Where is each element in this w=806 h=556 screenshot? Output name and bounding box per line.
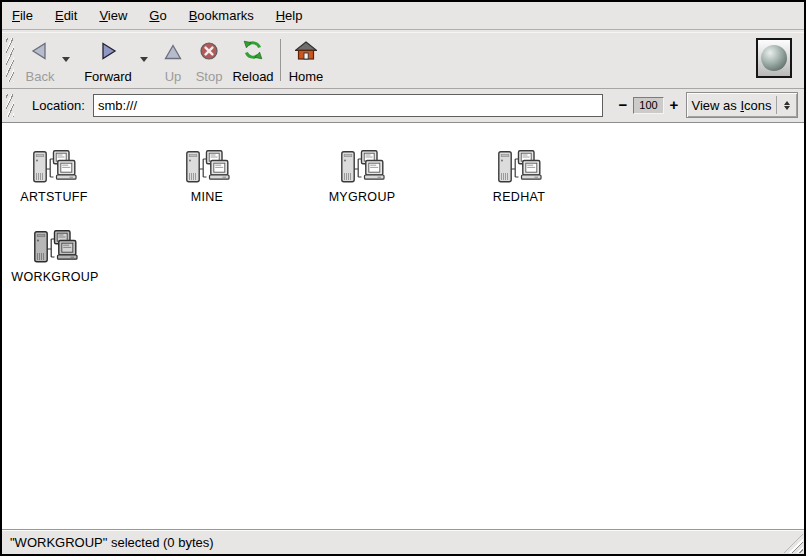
- forward-button[interactable]: Forward: [82, 37, 134, 84]
- toolbar-grip-handle[interactable]: [6, 38, 14, 82]
- home-label: Home: [289, 70, 324, 84]
- toolbar-separator: [280, 39, 281, 81]
- stop-button[interactable]: Stop: [191, 37, 227, 84]
- back-label: Back: [26, 70, 55, 84]
- home-button[interactable]: Home: [286, 37, 326, 84]
- menu-file[interactable]: File: [12, 8, 33, 23]
- network-workgroup-icon: [339, 149, 385, 187]
- reload-button[interactable]: Reload: [230, 37, 276, 84]
- network-item-workgroup[interactable]: WORKGROUP: [0, 229, 115, 284]
- view-as-dropdown[interactable]: View as Icons: [686, 92, 798, 118]
- location-label: Location:: [32, 98, 85, 113]
- network-item-artstuff[interactable]: ARTSTUFF: [0, 149, 114, 204]
- menu-go[interactable]: Go: [149, 8, 166, 23]
- stop-icon: [199, 37, 219, 61]
- zoom-out-button[interactable]: −: [615, 96, 631, 114]
- network-workgroup-icon: [184, 149, 230, 187]
- throbber: [756, 38, 792, 78]
- location-bar: Location: − 100 + View as Icons: [2, 88, 804, 122]
- zoom-in-button[interactable]: +: [666, 96, 682, 114]
- home-icon: [295, 37, 317, 61]
- view-as-label: View as Icons: [687, 98, 776, 113]
- location-bar-grip-handle[interactable]: [6, 94, 14, 117]
- up-label: Up: [165, 70, 182, 84]
- network-workgroup-icon: [32, 229, 78, 267]
- item-label: WORKGROUP: [11, 270, 98, 284]
- reload-label: Reload: [232, 70, 273, 84]
- status-text: "WORKGROUP" selected (0 bytes): [10, 535, 214, 550]
- back-history-dropdown-icon[interactable]: [62, 57, 70, 62]
- network-item-redhat[interactable]: REDHAT: [459, 149, 579, 204]
- stop-label: Stop: [196, 70, 223, 84]
- menu-help[interactable]: Help: [276, 8, 303, 23]
- throbber-sphere-icon: [761, 45, 787, 71]
- menu-bar: File Edit View Go Bookmarks Help: [2, 2, 804, 30]
- forward-label: Forward: [84, 70, 132, 84]
- back-icon: [29, 37, 51, 61]
- forward-history-dropdown-icon[interactable]: [140, 57, 148, 62]
- item-label: REDHAT: [493, 190, 545, 204]
- forward-icon: [97, 37, 119, 61]
- resize-grip[interactable]: [784, 534, 803, 553]
- up-icon: [163, 37, 183, 61]
- menu-bookmarks[interactable]: Bookmarks: [189, 8, 254, 23]
- location-input[interactable]: [93, 94, 603, 117]
- network-workgroup-icon: [496, 149, 542, 187]
- status-bar: "WORKGROUP" selected (0 bytes): [2, 529, 804, 554]
- reload-icon: [241, 37, 265, 61]
- file-view: ARTSTUFF MINE MYGROUP REDHAT WORKGROUP: [2, 122, 804, 530]
- dropdown-arrow-icon: [776, 96, 797, 114]
- network-item-mine[interactable]: MINE: [147, 149, 267, 204]
- item-label: MINE: [191, 190, 223, 204]
- menu-view[interactable]: View: [99, 8, 127, 23]
- back-button[interactable]: Back: [18, 37, 62, 84]
- up-button[interactable]: Up: [159, 37, 187, 84]
- item-label: MYGROUP: [329, 190, 396, 204]
- file-manager-window: File Edit View Go Bookmarks Help Back Fo…: [0, 0, 806, 556]
- network-workgroup-icon: [31, 149, 77, 187]
- toolbar: Back Forward Up Stop: [2, 32, 804, 88]
- network-item-mygroup[interactable]: MYGROUP: [302, 149, 422, 204]
- zoom-level-indicator: 100: [633, 97, 664, 114]
- item-label: ARTSTUFF: [20, 190, 87, 204]
- menu-edit[interactable]: Edit: [55, 8, 77, 23]
